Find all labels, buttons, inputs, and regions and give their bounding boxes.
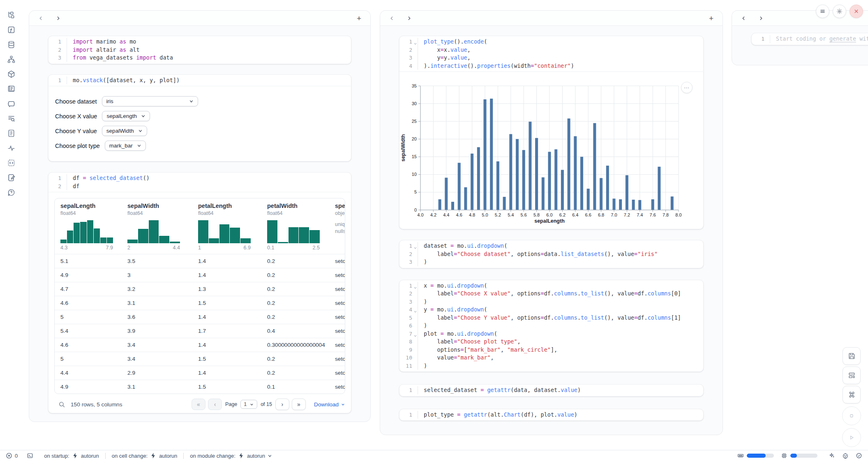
- code-editor[interactable]: 123import marimo as moimport altair as a…: [48, 36, 351, 64]
- column-left-chevron[interactable]: [389, 15, 395, 21]
- table-row[interactable]: 4.931.40.2setos: [55, 268, 345, 282]
- code-editor[interactable]: 12df = selected_dataset()df: [48, 173, 351, 192]
- table-row[interactable]: 53.61.40.2setos: [55, 310, 345, 324]
- memory-usage-meter[interactable]: [737, 452, 774, 459]
- autorun-config-item[interactable]: on cell change:autorun: [112, 452, 178, 459]
- table-row[interactable]: 4.93.11.50.1setos: [55, 380, 345, 394]
- table-row[interactable]: 5.13.51.40.2setos: [55, 254, 345, 268]
- autorun-config-item[interactable]: on startup:autorun: [44, 452, 99, 459]
- settings-gear-button[interactable]: [833, 5, 846, 18]
- choose-plot-type-select[interactable]: mark_bar: [105, 141, 146, 151]
- column-header[interactable]: sepalWidthfloat6424.4: [122, 203, 192, 251]
- script-icon[interactable]: [7, 85, 16, 93]
- new-cell-input[interactable]: 1Start coding or generate with: [752, 33, 868, 45]
- add-cell-button[interactable]: +: [357, 14, 361, 22]
- column-histogram[interactable]: [198, 220, 251, 243]
- scratchpad-icon[interactable]: [7, 173, 16, 182]
- error-count-badge[interactable]: 0: [6, 452, 18, 459]
- package-icon[interactable]: [7, 70, 16, 78]
- table-row[interactable]: 53.41.50.2setos: [55, 352, 345, 366]
- table-body: 5.13.51.40.2setos4.931.40.2setos4.73.21.…: [55, 254, 345, 394]
- chart-actions-button[interactable]: ⋯: [681, 82, 693, 93]
- check-circle-icon[interactable]: [856, 452, 862, 459]
- activity-icon[interactable]: [7, 144, 16, 152]
- page-count-label: of 15: [261, 401, 272, 407]
- last-page-button[interactable]: »: [292, 399, 306, 410]
- svg-text:7.2: 7.2: [624, 212, 630, 217]
- document-icon[interactable]: [7, 129, 16, 138]
- column-histogram[interactable]: [267, 220, 320, 243]
- column-histogram[interactable]: [60, 220, 113, 243]
- table-header: sepalLengthfloat644.37.9sepalWidthfloat6…: [55, 198, 345, 254]
- help-icon[interactable]: [7, 188, 16, 197]
- choose-x-value-select[interactable]: sepalLength: [102, 111, 150, 121]
- layout-button[interactable]: [843, 366, 861, 384]
- save-button[interactable]: [843, 347, 861, 365]
- svg-text:6.4: 6.4: [572, 212, 578, 217]
- column-right-chevron[interactable]: [55, 15, 61, 21]
- svg-text:5: 5: [414, 189, 417, 194]
- search-list-icon[interactable]: [7, 114, 16, 123]
- window-controls: [816, 5, 863, 18]
- chevron-down-icon: [137, 143, 141, 148]
- left-sidebar: [0, 0, 22, 459]
- first-page-button[interactable]: «: [192, 399, 205, 410]
- add-cell-button[interactable]: +: [709, 14, 713, 22]
- ram-icon: [737, 452, 744, 459]
- table-row[interactable]: 4.42.91.40.2setos: [55, 366, 345, 380]
- column-left-chevron[interactable]: [38, 15, 44, 21]
- run-button[interactable]: [842, 428, 861, 447]
- sparkles-icon[interactable]: [829, 452, 835, 459]
- column-right-chevron[interactable]: [406, 15, 412, 21]
- column-header[interactable]: petalWidthfloat640.12.5: [261, 203, 329, 251]
- table-row[interactable]: 5.43.91.70.4setos: [55, 324, 345, 338]
- download-button[interactable]: Download: [314, 401, 345, 408]
- cpu-icon: [781, 452, 787, 459]
- page-label: Page: [225, 401, 237, 407]
- dropdown-row: Choose plot typemark_bar: [55, 140, 344, 152]
- column-header[interactable]: petalLengthfloat6416.9: [192, 203, 261, 251]
- table-row[interactable]: 4.63.11.50.2setos: [55, 296, 345, 310]
- terminal-button[interactable]: [27, 452, 33, 459]
- svg-text:20: 20: [412, 136, 417, 141]
- choose-y-value-select[interactable]: sepalWidth: [102, 126, 147, 136]
- dependency-graph-icon[interactable]: [7, 55, 16, 64]
- table-row[interactable]: 4.73.21.30.2setos: [55, 282, 345, 296]
- bot-icon[interactable]: [842, 452, 849, 459]
- database-icon[interactable]: [7, 40, 16, 49]
- page-select[interactable]: 1: [240, 400, 257, 409]
- code-editor[interactable]: 123dataset = mo.ui.dropdown( label="Choo…: [399, 240, 703, 268]
- column-1-header: +: [29, 11, 370, 26]
- code-editor[interactable]: 1234plot_type().encode( x=x.value, y=y.v…: [399, 36, 703, 71]
- function-icon[interactable]: [7, 25, 16, 34]
- search-icon[interactable]: [58, 401, 65, 408]
- column-histogram[interactable]: [127, 220, 180, 243]
- chat-icon[interactable]: [7, 99, 16, 108]
- column-header[interactable]: sepalLengthfloat644.37.9: [55, 203, 122, 251]
- code-editor[interactable]: 1selected_dataset = getattr(data, datase…: [399, 385, 703, 396]
- keyboard-shortcuts-button[interactable]: [843, 386, 861, 403]
- cpu-usage-fill: [790, 454, 797, 458]
- cpu-usage-meter[interactable]: [781, 452, 817, 459]
- code-editor[interactable]: 1mo.vstack([dataset, x, y, plot]): [48, 75, 351, 86]
- code-icon[interactable]: [7, 159, 16, 167]
- code-editor[interactable]: 1plot_type = getattr(alt.Chart(df), plot…: [399, 409, 703, 421]
- stop-button[interactable]: [842, 406, 861, 425]
- choose-dataset-select[interactable]: iris: [102, 96, 198, 106]
- file-tree-icon[interactable]: [7, 11, 16, 19]
- column-left-chevron[interactable]: [741, 15, 747, 21]
- dataframe-table: sepalLengthfloat644.37.9sepalWidthfloat6…: [54, 198, 345, 394]
- autorun-config-item[interactable]: on module change:autorun: [190, 452, 272, 459]
- close-button[interactable]: [850, 5, 863, 18]
- prev-page-button[interactable]: ‹: [208, 399, 222, 410]
- svg-text:7.6: 7.6: [650, 212, 656, 217]
- table-row[interactable]: 4.63.41.40.30000000000000004setos: [55, 338, 345, 352]
- code-editor[interactable]: 1234567891011x = mo.ui.dropdown( label="…: [399, 280, 703, 372]
- menu-button[interactable]: [816, 5, 829, 18]
- column-header[interactable]: speciobjecuniqunulls:: [329, 203, 345, 251]
- next-page-button[interactable]: ›: [275, 399, 289, 410]
- column-right-chevron[interactable]: [758, 15, 764, 21]
- bar-chart[interactable]: 4.04.24.44.64.85.05.25.45.65.86.06.26.46…: [399, 74, 695, 226]
- svg-text:4.4: 4.4: [443, 212, 449, 217]
- svg-text:8.0: 8.0: [675, 212, 681, 217]
